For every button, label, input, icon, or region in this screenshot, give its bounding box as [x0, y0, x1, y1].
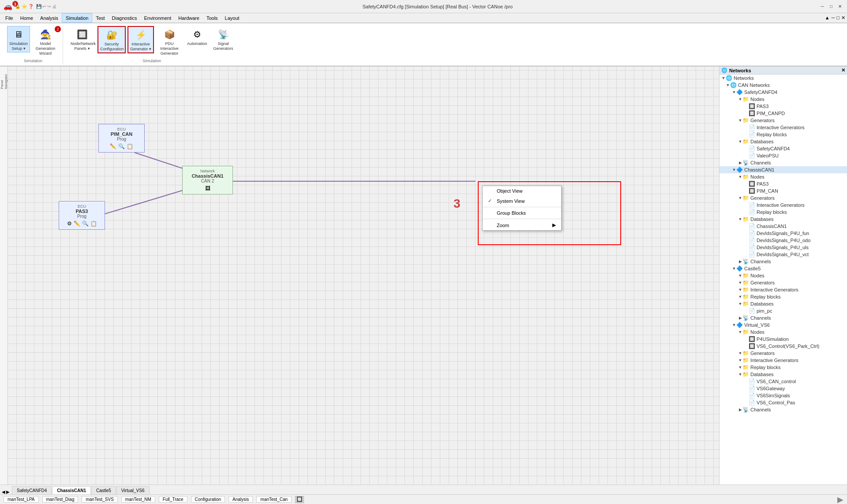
tree-item-vs6-channels[interactable]: ▶ 📡 Channels [720, 406, 847, 413]
menu-home[interactable]: Home [17, 13, 37, 22]
tree-item-vs6-db[interactable]: ▼ 📁 Databases [720, 371, 847, 378]
expand-safe-nodes: ▼ [738, 97, 742, 101]
tree-item-safe-replay[interactable]: 📄 Replay blocks [720, 131, 847, 138]
status-mantest-svs[interactable]: manTest_SVS [82, 496, 117, 503]
tree-item-devids-odo[interactable]: 📄 DevIdsSignals_P4U_odo [720, 237, 847, 244]
tree-item-virtual-vs6[interactable]: ▼ 🔷 Virtual_VS6 [720, 321, 847, 329]
security-configuration-button[interactable]: 🔐 SecurityConfiguration [97, 26, 126, 53]
ecu-pas3[interactable]: ECU PAS3 Prog ⚙✏️🔍📋 [59, 201, 105, 230]
close-panel-icon[interactable]: ✕ [841, 67, 845, 73]
status-icon[interactable]: 🔲 [295, 496, 304, 503]
tree-item-chassiscan1-db[interactable]: 📄 ChassisCAN1 [720, 223, 847, 230]
tree-item-vs6-gateway[interactable]: 📄 VS6Gateway [720, 385, 847, 392]
canvas-area[interactable]: ECU PIM_CAN Prog ✏️🔍📋 Network ChassisCAN… [8, 67, 719, 485]
ribbon: 🖥 SimulationSetup ▾ 🧙 Model GenerationWi… [0, 23, 847, 66]
tree-item-castle5-ig[interactable]: ▼ 📁 Interactive Generators [720, 286, 847, 293]
tab-safetycanfd4[interactable]: SafetyCANFD4 [12, 486, 52, 494]
tree-item-safe-databases[interactable]: ▼ 📁 Databases [720, 138, 847, 145]
tree-item-safe-channels[interactable]: ▶ 📡 Channels [720, 159, 847, 166]
tree-item-vs6-can-control[interactable]: 📄 VS6_CAN_control [720, 378, 847, 385]
menu-test[interactable]: Test [92, 13, 108, 22]
simulation-setup-button[interactable]: 🖥 SimulationSetup ▾ [7, 26, 30, 52]
tree-item-chassis-gen[interactable]: ▼ 📁 Generators [720, 194, 847, 202]
tree-item-vs6-ig[interactable]: ▼ 📁 Interactive Generators [720, 357, 847, 364]
tree-item-pim-can-chassis[interactable]: 🔲 PIM_CAN [720, 187, 847, 194]
context-menu-system-view[interactable]: ✓ System View [483, 196, 561, 206]
restore-btn[interactable]: □ [828, 3, 835, 10]
tab-virtual-vs6[interactable]: Virtual_VS6 [116, 486, 150, 494]
tab-castle5[interactable]: Castle5 [91, 486, 116, 494]
tree-item-pas3-chassis[interactable]: 🔲 PAS3 [720, 180, 847, 187]
status-analysis[interactable]: Analysis [229, 496, 253, 503]
tree-item-safe-interactive-gen[interactable]: 📄 Interactive Generators [720, 124, 847, 131]
status-configuration[interactable]: Configuration [191, 496, 225, 503]
tree-item-networks[interactable]: ▼ 🌐 Networks [720, 75, 847, 82]
tree-item-vs6-control-pas[interactable]: 📄 VS6_Control_Pas [720, 399, 847, 406]
status-mantest-can[interactable]: manTest_Can [256, 496, 292, 503]
signal-generators-button[interactable]: 📡 SignalGenerators [211, 26, 236, 52]
context-menu-group-blocks[interactable]: Group Blocks [483, 208, 561, 218]
close-btn[interactable]: ✕ [836, 3, 843, 10]
menu-analysis[interactable]: Analysis [37, 13, 62, 22]
menu-simulation[interactable]: Simulation [62, 13, 92, 22]
tree-item-safetycanfd4-db[interactable]: 📄 SafetyCANFD4 [720, 145, 847, 152]
context-menu-object-view[interactable]: Object View [483, 186, 561, 196]
tree-item-chassis-ig[interactable]: 📄 Interactive Generators [720, 202, 847, 209]
status-mantest-lpa[interactable]: manTest_LPA [4, 496, 39, 503]
menu-file[interactable]: File [2, 13, 17, 22]
menu-layout[interactable]: Layout [221, 13, 243, 22]
tree-item-vs6-nodes[interactable]: ▼ 📁 Nodes [720, 329, 847, 336]
status-mantest-nm[interactable]: manTest_NM [121, 496, 155, 503]
tree-item-devids-fun[interactable]: 📄 DevIdsSignals_P4U_fun [720, 230, 847, 237]
tree-item-vs6-control[interactable]: 🔲 VS6_Control(VS6_Park_Ctrl) [720, 343, 847, 350]
tab-nav-right[interactable]: ▶ [6, 489, 10, 494]
context-menu-zoom[interactable]: Zoom ▶ [483, 220, 561, 230]
tree-item-can-networks[interactable]: ▼ 🌐 CAN Networks [720, 82, 847, 89]
tree-item-safetycanfd4[interactable]: ▼ 🔷 SafetyCANFD4 [720, 89, 847, 96]
tree-item-castle5-replay[interactable]: ▼ 📁 Replay blocks [720, 293, 847, 300]
window-controls[interactable]: ─ □ ✕ [819, 3, 843, 10]
tree-item-castle5-gen[interactable]: ▼ 📁 Generators [720, 279, 847, 286]
tree-item-chassis-channels[interactable]: ▶ 📡 Channels [720, 258, 847, 265]
tree-item-chassis-nodes[interactable]: ▼ 📁 Nodes [720, 173, 847, 180]
tree-item-pas3-safe[interactable]: 🔲 PAS3 [720, 103, 847, 110]
tree-item-p4u-sim[interactable]: 🔲 P4USimulation [720, 336, 847, 343]
context-menu-divider-1 [483, 207, 561, 207]
pdu-interactive-gen-button[interactable]: 📦 PDU InteractiveGenerator [156, 26, 183, 57]
tree-item-pim-pc[interactable]: 📄 pim_pc [720, 307, 847, 314]
tree-item-castle5-db[interactable]: ▼ 📁 Databases [720, 300, 847, 307]
tree-item-chassis-replay[interactable]: 📄 Replay blocks [720, 209, 847, 216]
tab-chassiscan1[interactable]: ChassisCAN1 [52, 486, 91, 494]
menu-hardware[interactable]: Hardware [175, 13, 203, 22]
tree-item-chassis-db[interactable]: ▼ 📁 Databases [720, 216, 847, 223]
tree-item-safe-nodes[interactable]: ▼ 📁 Nodes [720, 96, 847, 103]
tree-item-chassiscan1[interactable]: ▼ 🔷 ChassisCAN1 [720, 166, 847, 173]
tree-item-devids-vct[interactable]: 📄 DevIdsSignals_P4U_vct [720, 251, 847, 258]
menu-tools[interactable]: Tools [203, 13, 221, 22]
tree-item-castle5[interactable]: ▼ 🔷 Castle5 [720, 265, 847, 272]
status-full-trace[interactable]: Full_Trace [159, 496, 187, 503]
tree-item-vs6-gen[interactable]: ▼ 📁 Generators [720, 350, 847, 357]
tree-item-castle5-nodes[interactable]: ▼ 📁 Nodes [720, 272, 847, 279]
tree-item-pim-canpd[interactable]: 🔲 PIM_CANPD [720, 110, 847, 117]
side-nav-panel[interactable]: PanelNavigator [0, 68, 7, 95]
tree-item-vs6-replay[interactable]: ▼ 📁 Replay blocks [720, 364, 847, 371]
node-network-panels-button[interactable]: 🔲 Node/NetworkPanels ▾ [68, 26, 96, 52]
status-mantest-diag[interactable]: manTest_Diag [42, 496, 79, 503]
minimize-btn[interactable]: ─ [819, 3, 826, 10]
ribbon-min-controls[interactable]: ▲─□✕ [825, 15, 845, 21]
tree-item-castle5-channels[interactable]: ▶ 📡 Channels [720, 314, 847, 321]
tree-item-valeoPSU[interactable]: 📄 ValeoPSU [720, 152, 847, 159]
tree-item-vs6-simsignals[interactable]: 📄 VS6SimSignals [720, 392, 847, 399]
network-chassiscan1[interactable]: Network ChassisCAN1 CAN 2 🖼 [182, 166, 233, 194]
tab-nav-left[interactable]: ◀ [2, 489, 5, 494]
ecu-pim-can[interactable]: ECU PIM_CAN Prog ✏️🔍📋 [98, 124, 145, 153]
status-scroll-right[interactable]: ▶ [837, 495, 843, 504]
menu-environment[interactable]: Environment [140, 13, 175, 22]
tab-nav-controls[interactable]: ◀ ▶ [2, 489, 10, 494]
tree-item-safe-generators[interactable]: ▼ 📁 Generators [720, 117, 847, 124]
tree-item-devids-uls[interactable]: 📄 DevIdsSignals_P4U_uls [720, 244, 847, 251]
interactive-generator-button[interactable]: ⚡ InteractiveGenerator ▾ [127, 26, 154, 53]
automation-button[interactable]: ⚙ Automation [185, 26, 210, 48]
menu-diagnostics[interactable]: Diagnostics [109, 13, 141, 22]
